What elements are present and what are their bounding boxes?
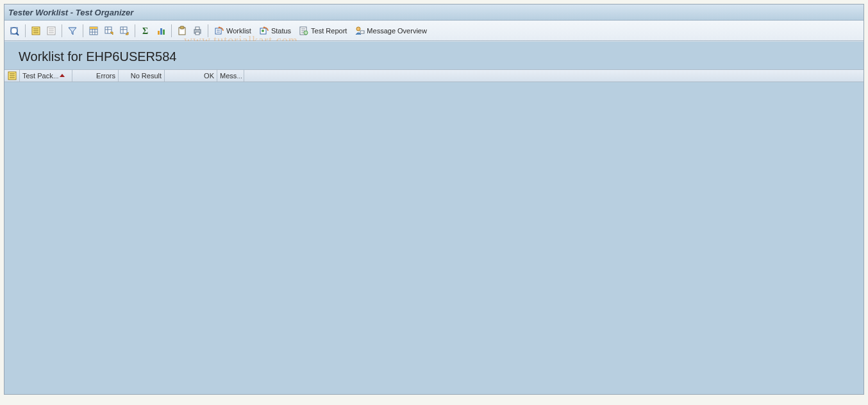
message-overview-button[interactable]: Message Overview <box>353 24 430 38</box>
svg-rect-33 <box>196 27 199 30</box>
select-all-column[interactable] <box>4 70 20 82</box>
title-bar: Tester Worklist - Test Organizer <box>4 4 864 21</box>
worklist-grid: Test Pack… Errors No Result OK Mess… <box>4 69 864 82</box>
svg-point-47 <box>356 27 360 31</box>
svg-rect-31 <box>180 26 184 29</box>
filter-icon[interactable] <box>65 24 79 38</box>
grid-header-row: Test Pack… Errors No Result OK Mess… <box>4 69 864 82</box>
grid-collapse-icon[interactable] <box>102 24 116 38</box>
svg-rect-22 <box>121 27 127 33</box>
separator <box>62 24 62 37</box>
window-title: Tester Worklist - Test Organizer <box>8 8 133 17</box>
grid-icon[interactable] <box>87 24 101 38</box>
separator <box>83 24 83 37</box>
separator <box>135 24 135 37</box>
worklist-button[interactable]: Worklist <box>212 24 255 38</box>
svg-rect-27 <box>158 31 160 35</box>
column-errors-label: Errors <box>96 72 115 80</box>
print-icon[interactable] <box>190 24 204 38</box>
column-mess[interactable]: Mess… <box>217 70 244 82</box>
truncation-dots: … <box>237 73 242 80</box>
svg-point-46 <box>304 31 308 35</box>
grid-expand-icon[interactable] <box>117 24 131 38</box>
toolbar: Σ Worklist Status Test Report Message Ov <box>4 21 864 41</box>
details-icon[interactable] <box>8 24 22 38</box>
svg-line-2 <box>16 33 19 35</box>
truncation-dots: … <box>53 73 58 80</box>
column-ok-label: OK <box>204 72 214 80</box>
test-report-button[interactable]: Test Report <box>297 24 350 38</box>
column-mess-label: Mess <box>220 72 237 80</box>
separator <box>25 24 26 37</box>
column-no-result-label: No Result <box>131 72 162 80</box>
status-button[interactable]: Status <box>257 24 294 38</box>
svg-rect-17 <box>90 27 97 29</box>
select-block-icon[interactable] <box>29 24 43 38</box>
test-report-label: Test Report <box>311 27 347 35</box>
svg-marker-11 <box>69 28 76 35</box>
svg-text:Σ: Σ <box>142 26 148 36</box>
column-errors[interactable]: Errors <box>72 70 119 82</box>
deselect-block-icon[interactable] <box>44 24 58 38</box>
app-window: Tester Worklist - Test Organizer <box>4 4 864 395</box>
barchart-icon[interactable] <box>154 24 168 38</box>
column-test-pack-label: Test Pack <box>22 72 53 80</box>
worklist-label: Worklist <box>226 27 251 35</box>
separator <box>208 24 208 37</box>
svg-rect-29 <box>163 30 165 35</box>
svg-rect-28 <box>160 28 162 35</box>
content-area: Worklist for EHP6USER584 Test Pack… Erro… <box>4 41 864 394</box>
svg-rect-34 <box>196 32 199 35</box>
message-overview-label: Message Overview <box>367 27 427 35</box>
column-test-pack[interactable]: Test Pack… <box>20 70 72 82</box>
svg-rect-35 <box>215 28 221 34</box>
status-label: Status <box>271 27 291 35</box>
column-no-result[interactable]: No Result <box>119 70 165 82</box>
clipboard-icon[interactable] <box>175 24 189 38</box>
svg-rect-48 <box>360 31 364 33</box>
column-ok[interactable]: OK <box>165 70 217 82</box>
page-title: Worklist for EHP6USER584 <box>4 42 864 69</box>
sort-ascending-icon <box>60 74 65 77</box>
separator <box>171 24 172 37</box>
svg-point-40 <box>262 30 264 32</box>
sum-icon[interactable]: Σ <box>138 24 153 38</box>
